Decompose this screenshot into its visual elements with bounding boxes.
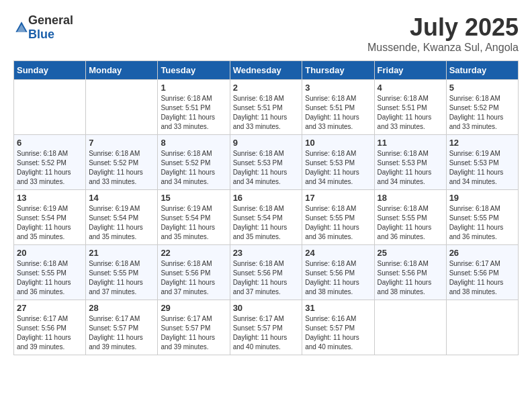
- calendar-cell: 28Sunrise: 6:17 AMSunset: 5:57 PMDayligh…: [86, 300, 158, 355]
- day-number: 1: [161, 83, 226, 93]
- calendar-cell: 25Sunrise: 6:18 AMSunset: 5:56 PMDayligh…: [374, 245, 446, 300]
- daylight-text: Daylight: 11 hours and 34 minutes.: [161, 168, 226, 187]
- sunset-text: Sunset: 5:54 PM: [161, 214, 226, 223]
- cell-content: Sunrise: 6:18 AMSunset: 5:51 PMDaylight:…: [161, 94, 226, 132]
- sunset-text: Sunset: 5:53 PM: [378, 158, 443, 168]
- calendar-cell: 10Sunrise: 6:18 AMSunset: 5:53 PMDayligh…: [302, 135, 374, 190]
- day-number: 12: [449, 138, 515, 148]
- sunrise-text: Sunrise: 6:16 AM: [305, 314, 371, 324]
- sunset-text: Sunset: 5:52 PM: [161, 158, 226, 168]
- cell-content: Sunrise: 6:17 AMSunset: 5:57 PMDaylight:…: [89, 314, 154, 352]
- calendar-cell: 3Sunrise: 6:18 AMSunset: 5:51 PMDaylight…: [302, 80, 374, 135]
- sunrise-text: Sunrise: 6:18 AM: [378, 259, 443, 269]
- daylight-text: Daylight: 11 hours and 35 minutes.: [17, 223, 83, 242]
- sunrise-text: Sunrise: 6:18 AM: [233, 149, 300, 158]
- day-number: 31: [305, 303, 371, 313]
- weekday-header-cell: Saturday: [446, 61, 518, 80]
- day-number: 10: [305, 138, 371, 148]
- daylight-text: Daylight: 11 hours and 37 minutes.: [233, 278, 300, 297]
- day-number: 13: [17, 193, 83, 203]
- sunset-text: Sunset: 5:55 PM: [17, 269, 83, 278]
- daylight-text: Daylight: 11 hours and 38 minutes.: [449, 278, 515, 297]
- month-title: July 2025: [367, 13, 519, 42]
- day-number: 27: [17, 303, 83, 313]
- cell-content: Sunrise: 6:18 AMSunset: 5:53 PMDaylight:…: [305, 149, 371, 187]
- calendar-cell: 23Sunrise: 6:18 AMSunset: 5:56 PMDayligh…: [230, 245, 302, 300]
- sunset-text: Sunset: 5:56 PM: [449, 269, 515, 278]
- calendar-cell: [446, 300, 518, 355]
- day-number: 30: [233, 303, 300, 313]
- day-number: 8: [161, 138, 226, 148]
- daylight-text: Daylight: 11 hours and 38 minutes.: [305, 278, 371, 297]
- sunrise-text: Sunrise: 6:18 AM: [378, 149, 443, 158]
- sunrise-text: Sunrise: 6:18 AM: [17, 259, 83, 269]
- sunrise-text: Sunrise: 6:18 AM: [233, 204, 300, 214]
- daylight-text: Daylight: 11 hours and 36 minutes.: [17, 278, 83, 297]
- sunrise-text: Sunrise: 6:18 AM: [161, 94, 226, 103]
- cell-content: Sunrise: 6:18 AMSunset: 5:56 PMDaylight:…: [161, 259, 226, 297]
- day-number: 5: [449, 83, 515, 93]
- sunset-text: Sunset: 5:55 PM: [449, 214, 515, 223]
- sunset-text: Sunset: 5:54 PM: [17, 214, 83, 223]
- cell-content: Sunrise: 6:17 AMSunset: 5:56 PMDaylight:…: [449, 259, 515, 297]
- calendar-cell: 13Sunrise: 6:19 AMSunset: 5:54 PMDayligh…: [14, 190, 86, 245]
- sunset-text: Sunset: 5:57 PM: [233, 324, 300, 333]
- daylight-text: Daylight: 11 hours and 39 minutes.: [17, 333, 83, 352]
- daylight-text: Daylight: 11 hours and 34 minutes.: [449, 168, 515, 187]
- sunrise-text: Sunrise: 6:18 AM: [305, 204, 371, 214]
- cell-content: Sunrise: 6:18 AMSunset: 5:52 PMDaylight:…: [449, 94, 515, 132]
- sunset-text: Sunset: 5:56 PM: [233, 269, 300, 278]
- calendar-cell: 30Sunrise: 6:17 AMSunset: 5:57 PMDayligh…: [230, 300, 302, 355]
- calendar-cell: 15Sunrise: 6:19 AMSunset: 5:54 PMDayligh…: [158, 190, 230, 245]
- sunset-text: Sunset: 5:55 PM: [305, 214, 371, 223]
- calendar-cell: 11Sunrise: 6:18 AMSunset: 5:53 PMDayligh…: [374, 135, 446, 190]
- cell-content: Sunrise: 6:17 AMSunset: 5:57 PMDaylight:…: [161, 314, 226, 352]
- day-number: 21: [89, 248, 154, 258]
- cell-content: Sunrise: 6:16 AMSunset: 5:57 PMDaylight:…: [305, 314, 371, 352]
- daylight-text: Daylight: 11 hours and 39 minutes.: [89, 333, 154, 352]
- cell-content: Sunrise: 6:18 AMSunset: 5:52 PMDaylight:…: [161, 149, 226, 187]
- daylight-text: Daylight: 11 hours and 39 minutes.: [161, 333, 226, 352]
- day-number: 16: [233, 193, 300, 203]
- daylight-text: Daylight: 11 hours and 36 minutes.: [378, 223, 443, 242]
- cell-content: Sunrise: 6:19 AMSunset: 5:54 PMDaylight:…: [17, 204, 83, 242]
- calendar-cell: 27Sunrise: 6:17 AMSunset: 5:56 PMDayligh…: [14, 300, 86, 355]
- weekday-header-row: SundayMondayTuesdayWednesdayThursdayFrid…: [14, 61, 519, 80]
- sunset-text: Sunset: 5:56 PM: [378, 269, 443, 278]
- sunrise-text: Sunrise: 6:17 AM: [449, 259, 515, 269]
- day-number: 26: [449, 248, 515, 258]
- cell-content: Sunrise: 6:18 AMSunset: 5:56 PMDaylight:…: [378, 259, 443, 297]
- day-number: 14: [89, 193, 154, 203]
- cell-content: Sunrise: 6:18 AMSunset: 5:53 PMDaylight:…: [378, 149, 443, 187]
- calendar-cell: 20Sunrise: 6:18 AMSunset: 5:55 PMDayligh…: [14, 245, 86, 300]
- weekday-header-cell: Wednesday: [230, 61, 302, 80]
- calendar-cell: 1Sunrise: 6:18 AMSunset: 5:51 PMDaylight…: [158, 80, 230, 135]
- daylight-text: Daylight: 11 hours and 36 minutes.: [449, 223, 515, 242]
- calendar-cell: 12Sunrise: 6:19 AMSunset: 5:53 PMDayligh…: [446, 135, 518, 190]
- day-number: 23: [233, 248, 300, 258]
- sunrise-text: Sunrise: 6:17 AM: [89, 314, 154, 324]
- cell-content: Sunrise: 6:19 AMSunset: 5:54 PMDaylight:…: [161, 204, 226, 242]
- cell-content: Sunrise: 6:18 AMSunset: 5:51 PMDaylight:…: [378, 94, 443, 132]
- sunrise-text: Sunrise: 6:18 AM: [378, 204, 443, 214]
- sunset-text: Sunset: 5:53 PM: [233, 158, 300, 168]
- cell-content: Sunrise: 6:18 AMSunset: 5:56 PMDaylight:…: [305, 259, 371, 297]
- cell-content: Sunrise: 6:18 AMSunset: 5:55 PMDaylight:…: [449, 204, 515, 242]
- calendar-body: 1Sunrise: 6:18 AMSunset: 5:51 PMDaylight…: [14, 80, 519, 355]
- day-number: 17: [305, 193, 371, 203]
- day-number: 3: [305, 83, 371, 93]
- calendar-cell: 31Sunrise: 6:16 AMSunset: 5:57 PMDayligh…: [302, 300, 374, 355]
- sunrise-text: Sunrise: 6:18 AM: [89, 149, 154, 158]
- day-number: 7: [89, 138, 154, 148]
- cell-content: Sunrise: 6:18 AMSunset: 5:52 PMDaylight:…: [89, 149, 154, 187]
- calendar-cell: 17Sunrise: 6:18 AMSunset: 5:55 PMDayligh…: [302, 190, 374, 245]
- sunrise-text: Sunrise: 6:18 AM: [161, 149, 226, 158]
- daylight-text: Daylight: 11 hours and 36 minutes.: [305, 223, 371, 242]
- sunset-text: Sunset: 5:57 PM: [89, 324, 154, 333]
- day-number: 22: [161, 248, 226, 258]
- daylight-text: Daylight: 11 hours and 34 minutes.: [233, 168, 300, 187]
- sunrise-text: Sunrise: 6:19 AM: [449, 149, 515, 158]
- weekday-header-cell: Tuesday: [158, 61, 230, 80]
- sunrise-text: Sunrise: 6:19 AM: [89, 204, 154, 214]
- calendar-cell: 6Sunrise: 6:18 AMSunset: 5:52 PMDaylight…: [14, 135, 86, 190]
